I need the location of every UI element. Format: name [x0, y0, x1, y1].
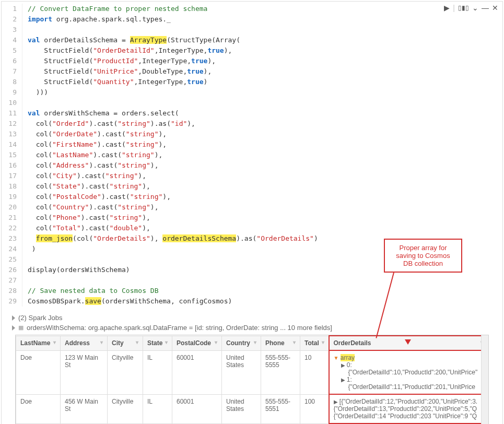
sort-icon[interactable]: ▾	[165, 339, 168, 345]
cell: 10	[300, 350, 329, 394]
close-icon[interactable]: ✕	[492, 4, 498, 12]
cell: Doe	[16, 394, 61, 423]
cell: 60001	[172, 394, 222, 423]
json-preview-line[interactable]: {"OrderDetailId":14 "ProductId":203 "Uni…	[334, 413, 484, 420]
callout-arrow-head	[405, 339, 411, 345]
column-header[interactable]: Total ▾	[300, 336, 329, 350]
expand-arrow-icon[interactable]	[12, 315, 15, 321]
json-preview-line[interactable]: {"OrderDetailId":13,"ProductId":202,"Uni…	[334, 405, 484, 413]
column-header[interactable]: State ▾	[143, 336, 172, 350]
cell: 555-555-5555	[261, 350, 300, 394]
cell: ▼ array▶ 0:{"OrderDetailId":10,"ProductI…	[329, 350, 488, 394]
result-table: LastName ▾Address ▾City ▾State ▾PostalCo…	[16, 335, 488, 424]
cell: IL	[143, 394, 172, 423]
schema-text: ordersWithSchema: org.apache.spark.sql.D…	[27, 324, 332, 332]
tree-item-value: {"OrderDetailId":11,"ProductId":201,"Uni…	[334, 383, 484, 391]
cell: 456 W Main St	[61, 394, 108, 423]
sort-icon[interactable]: ▾	[100, 339, 103, 345]
expand-arrow-icon[interactable]: ▶	[341, 377, 345, 383]
column-header[interactable]: Country ▾	[222, 336, 261, 350]
expand-arrow-icon[interactable]: ▶	[334, 399, 338, 405]
table-body: Doe123 W Main StCityvilleIL60001United S…	[16, 350, 488, 423]
table-header-row: LastName ▾Address ▾City ▾State ▾PostalCo…	[16, 336, 488, 350]
cell: Cityville	[108, 394, 143, 423]
json-preview-line[interactable]: ▶ [{"OrderDetailId":12,"ProductId":200,"…	[334, 398, 484, 405]
sort-icon[interactable]: ▾	[254, 339, 256, 345]
array-label: array	[341, 354, 355, 361]
schema-row[interactable]: ▦ ordersWithSchema: org.apache.spark.sql…	[12, 324, 492, 332]
cell: 555-555-5551	[261, 394, 300, 423]
sort-icon[interactable]: ▾	[293, 339, 296, 345]
expand-arrow-icon[interactable]	[12, 325, 15, 331]
spark-jobs-row[interactable]: (2) Spark Jobs	[12, 314, 492, 322]
minimize-icon[interactable]: —	[482, 4, 489, 12]
cell: 60001	[172, 350, 222, 394]
cell: IL	[143, 350, 172, 394]
cell: ▶ [{"OrderDetailId":12,"ProductId":200,"…	[329, 394, 488, 423]
cell: United States	[222, 394, 261, 423]
table-icon: ▦	[18, 324, 24, 331]
cell: Cityville	[108, 350, 143, 394]
expand-arrow-icon[interactable]: ▶	[341, 362, 345, 368]
cell: Doe	[16, 350, 61, 394]
tree-item-value: {"OrderDetailId":10,"ProductId":200,"Uni…	[334, 369, 484, 376]
cell: 123 W Main St	[61, 350, 108, 394]
run-icon[interactable]: ▶	[444, 4, 450, 12]
table-row: Doe456 W Main StCityvilleIL60001United S…	[16, 394, 488, 423]
sort-icon[interactable]: ▾	[53, 339, 56, 345]
callout-annotation: Proper array for saving to Cosmos DB col…	[384, 239, 462, 273]
column-header[interactable]: LastName ▾	[16, 336, 61, 350]
sort-icon[interactable]: ▾	[136, 339, 138, 345]
cell-toolbar: ▶ | ▯▮▯ ⌄ — ✕	[444, 4, 498, 12]
result-table-wrap: Proper array for saving to Cosmos DB col…	[15, 335, 489, 424]
sort-icon[interactable]: ▾	[215, 339, 217, 345]
notebook-cell: ▶ | ▯▮▯ ⌄ — ✕ 12345678910111213141516171…	[1, 1, 503, 424]
sort-icon[interactable]: ▾	[322, 339, 324, 345]
cell: United States	[222, 350, 261, 394]
menu-chevron-icon[interactable]: ⌄	[472, 4, 478, 12]
cell: 100	[300, 394, 329, 423]
table-row: Doe123 W Main StCityvilleIL60001United S…	[16, 350, 488, 394]
tree-item[interactable]: ▶ 1:	[334, 376, 484, 383]
column-header[interactable]: City ▾	[108, 336, 143, 350]
collapse-arrow-icon[interactable]: ▼	[334, 355, 339, 361]
chart-icon[interactable]: ▯▮▯	[458, 4, 469, 11]
cell-output: (2) Spark Jobs ▦ ordersWithSchema: org.a…	[2, 309, 502, 424]
spark-jobs-label: (2) Spark Jobs	[18, 314, 63, 322]
tree-item[interactable]: ▶ 0:	[334, 361, 484, 369]
column-header[interactable]: Address ▾	[61, 336, 108, 350]
divider: |	[453, 4, 455, 12]
column-header[interactable]: Phone ▾	[261, 336, 300, 350]
vertical-scrollbar[interactable]	[481, 335, 488, 424]
line-gutter: 1234567891011121314151617181920212223242…	[2, 4, 22, 307]
tree-root[interactable]: ▼ array	[334, 354, 484, 361]
column-header[interactable]: PostalCode ▾	[172, 336, 222, 350]
